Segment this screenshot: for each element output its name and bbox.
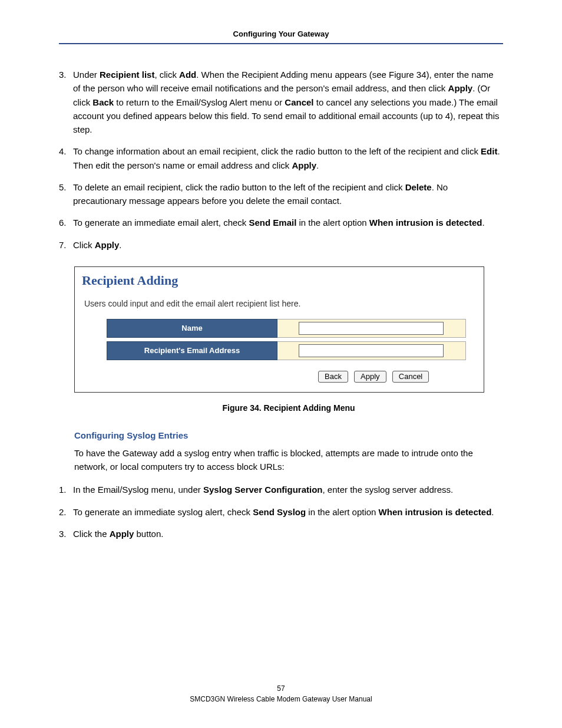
figure-screenshot: Recipient Adding Users could input and e… xyxy=(74,266,484,393)
cancel-button[interactable]: Cancel xyxy=(392,371,429,383)
instruction-list-a: 3.Under Recipient list, click Add. When … xyxy=(59,68,503,252)
step-text: To change information about an email rec… xyxy=(73,144,503,172)
step-text: To delete an email recipient, click the … xyxy=(73,180,503,208)
step-text: Click the Apply button. xyxy=(73,527,503,541)
step-number: 3. xyxy=(59,527,73,541)
form-label-name: Name xyxy=(107,319,277,337)
step-number: 3. xyxy=(59,68,73,136)
name-input[interactable] xyxy=(299,322,444,335)
step-text: Under Recipient list, click Add. When th… xyxy=(73,68,503,136)
page-footer: 57 SMCD3GN Wireless Cable Modem Gateway … xyxy=(0,683,562,704)
step-text: In the Email/Syslog menu, under Syslog S… xyxy=(73,483,503,496)
step-number: 4. xyxy=(59,144,73,172)
section-heading: Configuring Syslog Entries xyxy=(74,430,503,440)
step-number: 6. xyxy=(59,216,73,229)
instruction-list-b: 1.In the Email/Syslog menu, under Syslog… xyxy=(59,483,503,541)
step-number: 2. xyxy=(59,505,73,519)
header-rule xyxy=(59,43,503,44)
page-header: Configuring Your Gateway xyxy=(59,29,503,43)
back-button[interactable]: Back xyxy=(318,371,348,383)
step-number: 7. xyxy=(59,238,73,252)
figure-description: Users could input and edit the email ale… xyxy=(84,299,478,308)
figure-caption: Figure 34. Recipient Adding Menu xyxy=(74,403,503,413)
apply-button[interactable]: Apply xyxy=(354,371,386,383)
email-input[interactable] xyxy=(299,344,444,357)
form-label-email: Recipient's Email Address xyxy=(107,341,277,360)
step-number: 5. xyxy=(59,180,73,208)
section-intro: To have the Gateway add a syslog entry w… xyxy=(74,446,503,474)
step-text: To generate an immediate syslog alert, c… xyxy=(73,505,503,519)
step-text: Click Apply. xyxy=(73,238,503,252)
page-number: 57 xyxy=(0,683,562,694)
step-text: To generate an immediate email alert, ch… xyxy=(73,216,503,229)
doc-title: SMCD3GN Wireless Cable Modem Gateway Use… xyxy=(0,694,562,704)
step-number: 1. xyxy=(59,483,73,496)
figure-title: Recipient Adding xyxy=(82,273,478,288)
recipient-form: Name Recipient's Email Address xyxy=(107,319,466,360)
